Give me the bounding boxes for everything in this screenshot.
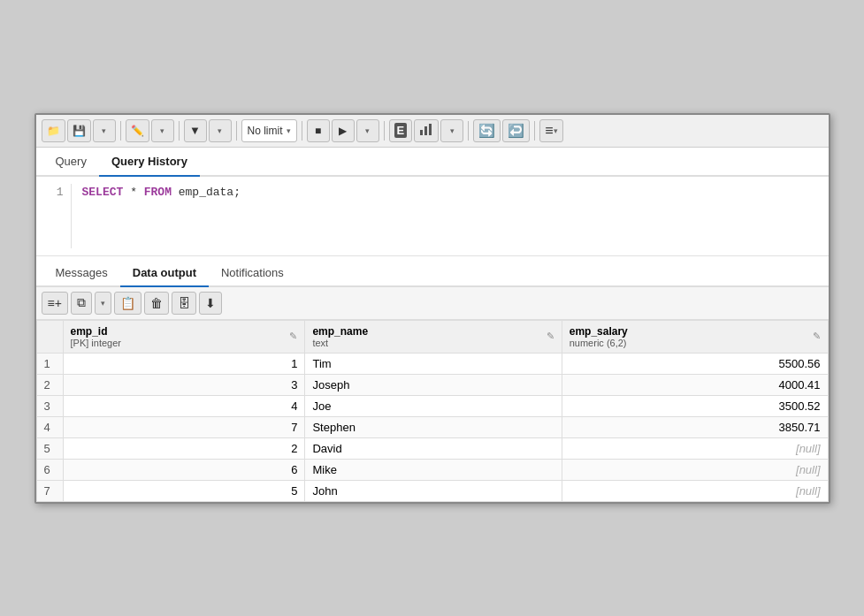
toolbar-separator-2 — [179, 121, 180, 141]
copy-icon: ⧉ — [77, 295, 86, 310]
cell-emp-id: 3 — [63, 374, 305, 395]
table-row[interactable]: 23Joseph4000.41 — [36, 374, 828, 395]
table-row[interactable]: 47Stephen3850.71 — [36, 416, 828, 437]
stop-button[interactable]: ■ — [307, 119, 330, 142]
folder-icon: 📁 — [47, 125, 60, 137]
pencil-icon: ✏️ — [131, 125, 144, 137]
col-header-emp-salary: emp_salary numeric (6,2) ✎ — [562, 320, 828, 353]
chevron-down-icon-5: ▾ — [365, 126, 370, 135]
save-button[interactable]: 💾 — [67, 119, 91, 142]
cell-emp-id: 1 — [63, 353, 305, 374]
cell-row-num: 7 — [36, 480, 63, 501]
paste-button[interactable]: 📋 — [114, 292, 141, 315]
tab-data-output[interactable]: Data output — [120, 260, 209, 287]
chevron-down-icon-2: ▾ — [160, 126, 164, 135]
cell-emp-name: Tim — [305, 353, 562, 374]
copy-chevron-button[interactable]: ▾ — [95, 292, 111, 315]
cell-emp-salary: 3500.52 — [562, 395, 828, 416]
add-row-button[interactable]: ≡+ — [42, 292, 68, 315]
edit-button[interactable]: ✏️ — [126, 119, 149, 142]
chevron-down-icon-3: ▾ — [218, 126, 222, 135]
menu-button[interactable]: ≡ ▾ — [539, 119, 562, 142]
chevron-down-icon-7: ▾ — [554, 126, 558, 135]
menu-icon: ≡ — [545, 123, 553, 139]
row-num-header — [36, 320, 63, 353]
cell-row-num: 1 — [36, 353, 63, 374]
download-button[interactable]: ⬇ — [199, 292, 222, 315]
cell-row-num: 5 — [36, 437, 63, 459]
copy-button[interactable]: ⧉ — [71, 292, 92, 315]
cell-emp-salary: [null] — [562, 437, 828, 459]
cell-emp-salary: 3850.71 — [562, 416, 828, 437]
explain-icon: E — [394, 123, 408, 138]
tab-notifications[interactable]: Notifications — [209, 260, 296, 287]
chart-chevron-button[interactable]: ▾ — [440, 119, 463, 142]
cell-emp-id: 6 — [63, 459, 305, 480]
cell-emp-name: John — [305, 480, 562, 501]
save-data-button[interactable]: 🗄 — [172, 292, 196, 315]
cell-emp-name: David — [305, 437, 562, 459]
table-header-row: emp_id [PK] integer ✎ emp_name text — [36, 320, 828, 353]
cell-emp-id: 5 — [63, 480, 305, 501]
stop-icon: ■ — [315, 125, 321, 137]
cell-emp-id: 4 — [63, 395, 305, 416]
download-icon: ⬇ — [205, 296, 216, 310]
col-edit-icon-1[interactable]: ✎ — [547, 331, 554, 342]
save-chevron-button[interactable]: ▾ — [93, 119, 116, 142]
table-row[interactable]: 11Tim5500.56 — [36, 353, 828, 374]
table-row[interactable]: 52David[null] — [36, 437, 828, 459]
save-icon: 💾 — [73, 125, 86, 137]
save-data-icon: 🗄 — [178, 296, 190, 310]
no-limit-dropdown[interactable]: No limit ▾ — [241, 119, 297, 142]
svg-rect-2 — [429, 124, 432, 135]
explain-button[interactable]: E — [389, 119, 413, 142]
keyword-from: FROM — [144, 186, 172, 199]
cell-row-num: 6 — [36, 459, 63, 480]
table-row[interactable]: 66Mike[null] — [36, 459, 828, 480]
sql-content[interactable]: SELECT * FROM emp_data; — [72, 184, 251, 248]
filter-chevron-button[interactable]: ▾ — [209, 119, 232, 142]
results-table: emp_id [PK] integer ✎ emp_name text — [36, 320, 829, 502]
paste-icon: 📋 — [120, 296, 135, 310]
cell-emp-name: Mike — [305, 459, 562, 480]
open-file-button[interactable]: 📁 — [42, 119, 65, 142]
tab-messages[interactable]: Messages — [43, 260, 120, 287]
tab-query-history[interactable]: Query History — [99, 148, 200, 177]
cell-row-num: 2 — [36, 374, 63, 395]
col-edit-icon-2[interactable]: ✎ — [813, 331, 821, 342]
col-header-emp-id: emp_id [PK] integer ✎ — [63, 320, 305, 353]
run-chevron-button[interactable]: ▾ — [356, 119, 379, 142]
cell-row-num: 4 — [36, 416, 63, 437]
chevron-down-icon-8: ▾ — [101, 299, 105, 308]
sql-editor[interactable]: 1 SELECT * FROM emp_data; — [36, 177, 829, 256]
rollback-button[interactable]: ↩️ — [502, 119, 530, 142]
commit-icon: 🔄 — [478, 123, 495, 139]
toolbar-separator-3 — [236, 121, 237, 141]
commit-button[interactable]: 🔄 — [473, 119, 501, 142]
cell-emp-salary: [null] — [562, 480, 828, 501]
play-icon: ▶ — [339, 125, 347, 137]
main-toolbar: 📁 💾 ▾ ✏️ ▾ ▼ ▾ No limit ▾ ■ — [36, 115, 829, 148]
chevron-down-icon-4: ▾ — [287, 126, 291, 135]
svg-rect-0 — [420, 130, 423, 135]
sql-asterisk: * — [130, 186, 144, 199]
line-numbers: 1 — [36, 184, 72, 248]
sql-table-name: emp_data; — [179, 186, 241, 199]
col-edit-icon-0[interactable]: ✎ — [289, 331, 297, 342]
filter-button[interactable]: ▼ — [184, 119, 207, 142]
run-button[interactable]: ▶ — [332, 119, 355, 142]
toolbar-separator-1 — [120, 121, 121, 141]
chart-button[interactable] — [414, 119, 439, 142]
filter-icon: ▼ — [189, 124, 201, 137]
cell-emp-name: Joseph — [305, 374, 562, 395]
main-window: 📁 💾 ▾ ✏️ ▾ ▼ ▾ No limit ▾ ■ — [34, 113, 830, 504]
query-tab-bar: Query Query History — [36, 148, 829, 177]
cell-emp-id: 2 — [63, 437, 305, 459]
table-row[interactable]: 34Joe3500.52 — [36, 395, 828, 416]
edit-chevron-button[interactable]: ▾ — [151, 119, 174, 142]
tab-query[interactable]: Query — [43, 148, 99, 177]
table-row[interactable]: 75John[null] — [36, 480, 828, 501]
cell-emp-name: Joe — [305, 395, 562, 416]
delete-button[interactable]: 🗑 — [144, 292, 169, 315]
cell-emp-id: 7 — [63, 416, 305, 437]
